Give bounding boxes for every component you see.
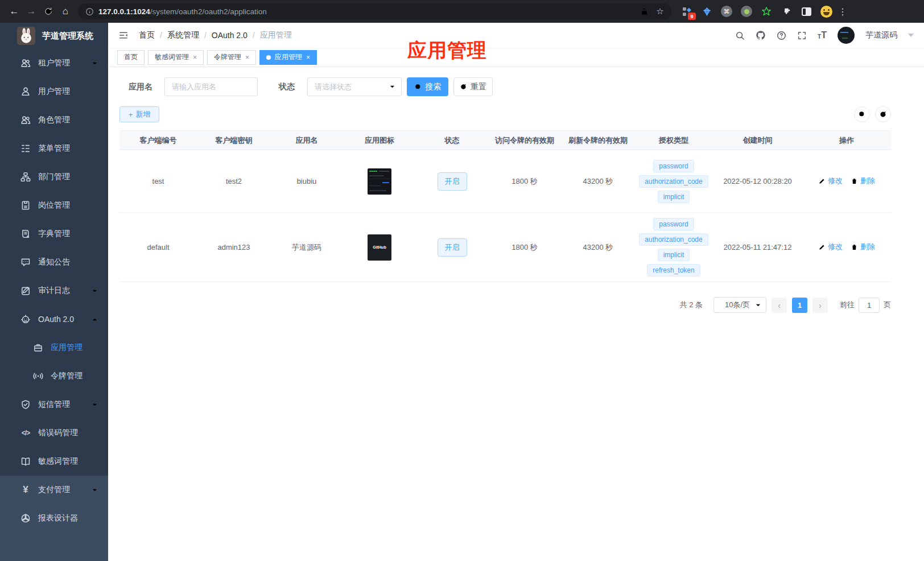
cell-client-secret: test2	[197, 150, 271, 213]
breadcrumb-oauth[interactable]: OAuth 2.0	[212, 31, 248, 40]
sidebar-item-dict[interactable]: 字典管理	[0, 220, 108, 248]
goto-suffix: 页	[884, 300, 891, 310]
github-icon[interactable]	[756, 30, 766, 40]
forward-icon[interactable]: →	[23, 3, 40, 20]
goto-page-input[interactable]	[859, 298, 880, 313]
chevron-down-icon[interactable]	[908, 34, 914, 37]
delete-button[interactable]: 删除	[851, 176, 875, 186]
sidebar-item-audit[interactable]: 审计日志	[0, 277, 108, 305]
sidebar-item-notice[interactable]: 通知公告	[0, 248, 108, 277]
delete-button[interactable]: 删除	[851, 242, 875, 252]
close-icon[interactable]: ×	[245, 53, 249, 61]
cell-client-id: default	[119, 213, 197, 282]
collapse-sidebar-icon[interactable]	[118, 30, 129, 40]
sidebar-item-tenant[interactable]: 租户管理	[0, 49, 108, 77]
org-chart-icon	[20, 172, 31, 182]
table-row: test test2 biubiu 开启 1800 秒 43200 秒	[119, 150, 891, 213]
col-app-icon: 应用图标	[343, 131, 416, 150]
sidebar-item-menu[interactable]: 菜单管理	[0, 134, 108, 163]
refresh-table-icon[interactable]	[875, 106, 891, 122]
sidebar-item-user[interactable]: 用户管理	[0, 77, 108, 106]
top-navbar: 首页 / 系统管理 / OAuth 2.0 / 应用管理 TT 芋道源码	[108, 23, 924, 48]
toggle-search-icon[interactable]	[854, 106, 870, 122]
ext-tabs-icon[interactable]: 9	[680, 5, 693, 18]
bookmark-star-icon[interactable]: ☆	[652, 3, 668, 19]
sidebar-item-sms[interactable]: 短信管理	[0, 390, 108, 419]
home-icon[interactable]: ⌂	[57, 3, 74, 20]
next-page-button[interactable]: ›	[812, 298, 828, 313]
tab-application[interactable]: 应用管理 ×	[259, 50, 317, 65]
filter-form: 应用名 状态 请选择状态 搜索 重置	[129, 77, 891, 96]
page-number-current[interactable]: 1	[792, 298, 807, 313]
url-host: 127.0.0.1:1024	[98, 7, 150, 16]
app-name-label: 应用名	[129, 82, 152, 92]
col-app-name: 应用名	[271, 131, 343, 150]
col-grant-types: 授权类型	[634, 131, 713, 150]
cell-refresh-validity: 43200 秒	[562, 213, 634, 282]
edit-button[interactable]: 修改	[818, 242, 843, 252]
browser-menu-kebab-icon[interactable]: ⋮	[838, 6, 847, 17]
breadcrumb-home[interactable]: 首页	[139, 30, 155, 40]
app-logo-row[interactable]: 芋道管理系统	[0, 23, 108, 49]
close-icon[interactable]: ×	[193, 53, 197, 61]
add-button[interactable]: + 新增	[119, 106, 159, 122]
prev-page-button[interactable]: ‹	[772, 298, 787, 313]
sidebar-item-pay[interactable]: ¥ 支付管理	[0, 476, 108, 504]
refresh-icon[interactable]	[40, 3, 57, 20]
cell-created-at: 2022-05-11 21:47:12	[713, 213, 802, 282]
breadcrumb-system[interactable]: 系统管理	[167, 30, 199, 40]
col-refresh-token-validity: 刷新令牌的有效期	[562, 131, 634, 150]
font-size-icon[interactable]: TT	[818, 31, 827, 40]
url-path: /system/oauth2/oauth2/application	[150, 7, 267, 16]
app-name-input[interactable]	[164, 77, 258, 96]
help-icon[interactable]	[777, 31, 786, 40]
ext-gem-icon[interactable]	[700, 5, 713, 18]
ext-emoji-avatar-icon[interactable]	[820, 5, 832, 18]
chevron-down-icon	[92, 288, 98, 294]
reset-button[interactable]: 重置	[453, 77, 493, 96]
reset-icon	[460, 83, 467, 90]
back-icon[interactable]: ←	[6, 3, 23, 20]
sidebar-item-report-designer[interactable]: 报表设计器	[0, 504, 108, 533]
col-client-id: 客户端编号	[119, 131, 197, 150]
tab-home[interactable]: 首页	[117, 50, 145, 65]
close-icon[interactable]: ×	[306, 53, 310, 61]
app-icon-image: GitHub	[368, 234, 391, 261]
app-title: 芋道管理系统	[42, 31, 93, 42]
status-select[interactable]: 请选择状态	[307, 77, 402, 96]
sidebar-item-oauth-token[interactable]: 令牌管理	[0, 362, 108, 390]
ext-split-view-icon[interactable]	[800, 5, 812, 18]
status-badge[interactable]: 开启	[438, 238, 467, 257]
roles-icon	[20, 115, 31, 125]
tab-sensitive-words[interactable]: 敏感词管理 ×	[148, 50, 204, 65]
open-book-icon	[20, 456, 31, 467]
sidebar-item-dept[interactable]: 部门管理	[0, 163, 108, 191]
status-label: 状态	[279, 82, 295, 92]
ext-recorder-icon[interactable]	[740, 5, 753, 18]
sidebar-item-oauth-application[interactable]: 应用管理	[0, 333, 108, 362]
sidebar-item-oauth[interactable]: OAuth 2.0	[0, 305, 108, 333]
status-badge[interactable]: 开启	[438, 172, 467, 191]
grant-type-tag: implicit	[658, 191, 690, 203]
fullscreen-icon[interactable]	[797, 31, 807, 40]
ext-command-icon[interactable]: ⌘	[720, 5, 733, 18]
ext-puzzle-icon[interactable]	[780, 5, 793, 18]
info-icon	[85, 7, 94, 16]
avatar[interactable]	[838, 27, 855, 44]
share-icon[interactable]	[636, 3, 652, 19]
sidebar-menu: 租户管理 用户管理 角色管理 菜单管理 部门管理 岗位管理	[0, 49, 108, 561]
edit-button[interactable]: 修改	[818, 176, 843, 186]
user-name[interactable]: 芋道源码	[865, 30, 897, 40]
url-bar[interactable]: 127.0.0.1:1024/system/oauth2/oauth2/appl…	[79, 3, 671, 19]
sidebar-item-role[interactable]: 角色管理	[0, 106, 108, 134]
sidebar-item-errorcode[interactable]: </> 错误码管理	[0, 419, 108, 447]
ext-star-icon[interactable]	[760, 5, 773, 18]
sidebar-item-post[interactable]: 岗位管理	[0, 191, 108, 220]
search-button[interactable]: 搜索	[407, 77, 448, 96]
table-row: default admin123 芋道源码 GitHub 开启 1800 秒 4…	[119, 213, 891, 282]
edit-log-icon	[20, 286, 31, 296]
page-size-select[interactable]: 10条/页	[713, 297, 766, 313]
tab-token[interactable]: 令牌管理 ×	[207, 50, 256, 65]
sidebar-item-sensitive-words[interactable]: 敏感词管理	[0, 447, 108, 476]
search-icon[interactable]	[735, 31, 745, 40]
